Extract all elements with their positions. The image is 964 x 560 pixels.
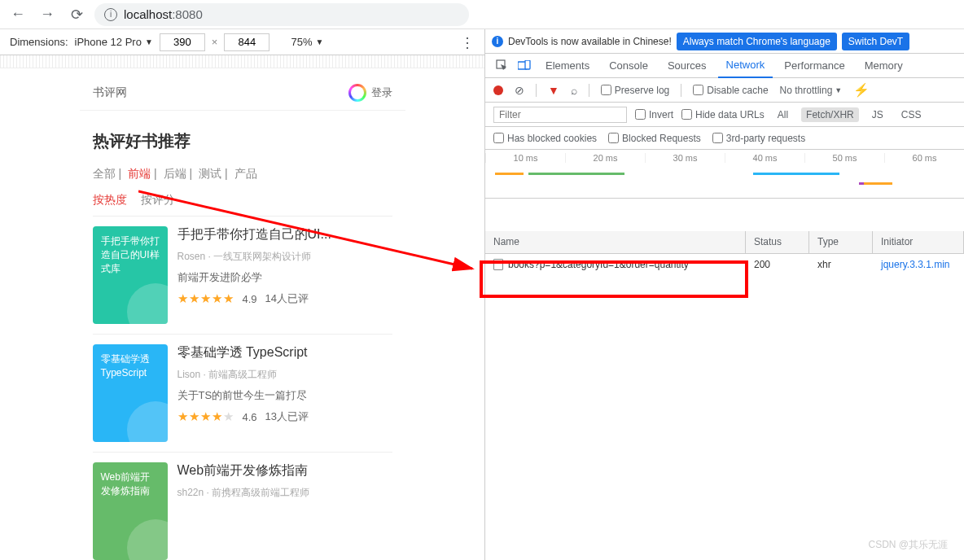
dimensions-label: Dimensions:: [10, 36, 68, 48]
hide-urls-checkbox[interactable]: Hide data URLs: [681, 109, 765, 120]
blocked-requests-checkbox[interactable]: Blocked Requests: [608, 133, 701, 144]
preserve-log-checkbox[interactable]: Preserve log: [601, 85, 669, 96]
url-host: localhost: [124, 7, 172, 21]
inspect-icon[interactable]: [492, 56, 511, 76]
request-type: xhr: [809, 256, 873, 273]
book-rating: ★★★★★4.613人已评: [177, 409, 392, 424]
book-title: 零基础学透 TypeScript: [177, 344, 392, 361]
dimensions-bar: Dimensions: iPhone 12 Pro▼ × 75%▼ ⋯: [0, 29, 484, 55]
third-party-checkbox[interactable]: 3rd-party requests: [712, 133, 805, 144]
request-row[interactable]: books?p=1&categoryId=1&order=quantity 20…: [485, 254, 964, 275]
devtools-tabs: Elements Console Sources Network Perform…: [485, 54, 964, 78]
book-desc: 前端开发进阶必学: [177, 270, 392, 285]
clear-button[interactable]: ⊘: [515, 84, 524, 97]
tab-sources[interactable]: Sources: [659, 54, 715, 78]
book-rating: ★★★★★4.914人已评: [177, 291, 392, 306]
height-input[interactable]: [224, 33, 269, 51]
tab-network[interactable]: Network: [718, 54, 773, 78]
book-card[interactable]: 零基础学透TypeScript 零基础学透 TypeScript Lison ·…: [93, 334, 392, 452]
filter-js[interactable]: JS: [867, 107, 888, 122]
col-name[interactable]: Name: [485, 231, 746, 253]
device-emulator-pane: Dimensions: iPhone 12 Pro▼ × 75%▼ ⋯ 书评网 …: [0, 29, 485, 560]
network-conditions-icon[interactable]: ⚡: [853, 82, 870, 98]
app-header: 书评网 登录: [80, 75, 405, 111]
info-icon: i: [492, 36, 503, 47]
site-title: 书评网: [93, 85, 127, 100]
zoom-select[interactable]: 75%▼: [291, 36, 323, 48]
book-card[interactable]: 手把手带你打造自己的UI样式库 手把手带你打造自己的UI... Rosen · …: [93, 216, 392, 334]
url-port: :8080: [172, 7, 203, 21]
address-bar[interactable]: i localhost:8080: [94, 3, 469, 26]
col-type[interactable]: Type: [809, 231, 873, 253]
col-status[interactable]: Status: [746, 231, 809, 253]
book-author: Lison · 前端高级工程师: [177, 368, 392, 382]
book-title: Web前端开发修炼指南: [177, 462, 392, 479]
cat-all[interactable]: 全部: [93, 167, 116, 180]
more-options-icon[interactable]: ⋯: [459, 36, 477, 49]
device-toggle-icon[interactable]: [515, 56, 534, 76]
record-button[interactable]: [493, 85, 503, 95]
tab-memory[interactable]: Memory: [857, 54, 911, 78]
filter-all[interactable]: All: [773, 107, 793, 122]
invert-checkbox[interactable]: Invert: [635, 109, 673, 120]
svg-rect-2: [525, 60, 530, 69]
book-title: 手把手带你打造自己的UI...: [177, 226, 392, 243]
cat-backend[interactable]: 后端: [164, 167, 186, 180]
book-cover: Web前端开发修炼指南: [93, 462, 168, 560]
search-icon[interactable]: ⌕: [571, 84, 577, 97]
sort-hot[interactable]: 按热度: [93, 193, 127, 206]
devtools-pane: i DevTools is now available in Chinese! …: [485, 29, 964, 560]
filter-input[interactable]: [493, 107, 627, 123]
filter-xhr[interactable]: Fetch/XHR: [801, 107, 859, 122]
forward-button[interactable]: →: [36, 3, 59, 26]
ruler: [0, 55, 484, 68]
col-initiator[interactable]: Initiator: [873, 231, 964, 253]
page-heading: 热评好书推荐: [93, 130, 392, 152]
site-info-icon[interactable]: i: [104, 8, 117, 21]
browser-toolbar: ← → ⟳ i localhost:8080: [0, 0, 964, 29]
cat-frontend[interactable]: 前端: [128, 167, 151, 180]
filter-icon[interactable]: ▼: [548, 84, 559, 97]
tab-console[interactable]: Console: [601, 54, 656, 78]
book-card[interactable]: Web前端开发修炼指南 Web前端开发修炼指南 sh22n · 前携程高级前端工…: [93, 452, 392, 560]
device-select[interactable]: iPhone 12 Pro▼: [75, 36, 153, 48]
request-initiator[interactable]: jquery.3.3.1.min: [873, 256, 964, 273]
request-status: 200: [746, 256, 809, 273]
book-author: Rosen · 一线互联网架构设计师: [177, 250, 392, 264]
match-language-button[interactable]: Always match Chrome's language: [677, 33, 837, 50]
watermark: CSDN @其乐无涯: [868, 538, 948, 552]
disable-cache-checkbox[interactable]: Disable cache: [693, 85, 768, 96]
category-filter: 全部| 前端| 后端| 测试| 产品: [93, 167, 392, 182]
devtools-banner: i DevTools is now available in Chinese! …: [485, 29, 964, 54]
login-button[interactable]: 登录: [348, 84, 392, 102]
reload-button[interactable]: ⟳: [65, 3, 88, 26]
cat-test[interactable]: 测试: [199, 167, 221, 180]
sort-filter: 按热度 按评分: [93, 193, 392, 208]
blocked-cookies-checkbox[interactable]: Has blocked cookies: [493, 133, 597, 144]
book-desc: 关于TS的前世今生一篇打尽: [177, 388, 392, 403]
sort-rating[interactable]: 按评分: [141, 193, 175, 206]
filter-css[interactable]: CSS: [896, 107, 927, 122]
tab-elements[interactable]: Elements: [537, 54, 598, 78]
back-button[interactable]: ←: [7, 3, 29, 26]
throttling-select[interactable]: No throttling▼: [780, 85, 843, 96]
width-input[interactable]: [160, 33, 205, 51]
tab-performance[interactable]: Performance: [776, 54, 852, 78]
cat-product[interactable]: 产品: [234, 167, 257, 180]
device-frame: 书评网 登录 热评好书推荐 全部| 前端| 后端| 测试| 产品: [80, 75, 405, 560]
dim-x: ×: [212, 36, 218, 48]
request-name: books?p=1&categoryId=1&order=quantity: [508, 259, 689, 270]
network-filter-row: Invert Hide data URLs All Fetch/XHR JS C…: [485, 103, 964, 127]
book-cover: 手把手带你打造自己的UI样式库: [93, 226, 168, 324]
switch-devtools-button[interactable]: Switch DevT: [842, 33, 909, 50]
book-author: sh22n · 前携程高级前端工程师: [177, 486, 392, 500]
file-icon: [493, 259, 503, 270]
request-table-header: Name Status Type Initiator: [485, 231, 964, 254]
avatar-icon: [348, 84, 366, 102]
book-cover: 零基础学透TypeScript: [93, 344, 168, 442]
network-filter-row2: Has blocked cookies Blocked Requests 3rd…: [485, 127, 964, 150]
network-timeline[interactable]: 10 ms 20 ms 30 ms 40 ms 50 ms 60 ms: [485, 150, 964, 199]
network-toolbar: ⊘ ▼ ⌕ Preserve log Disable cache No thro…: [485, 78, 964, 103]
